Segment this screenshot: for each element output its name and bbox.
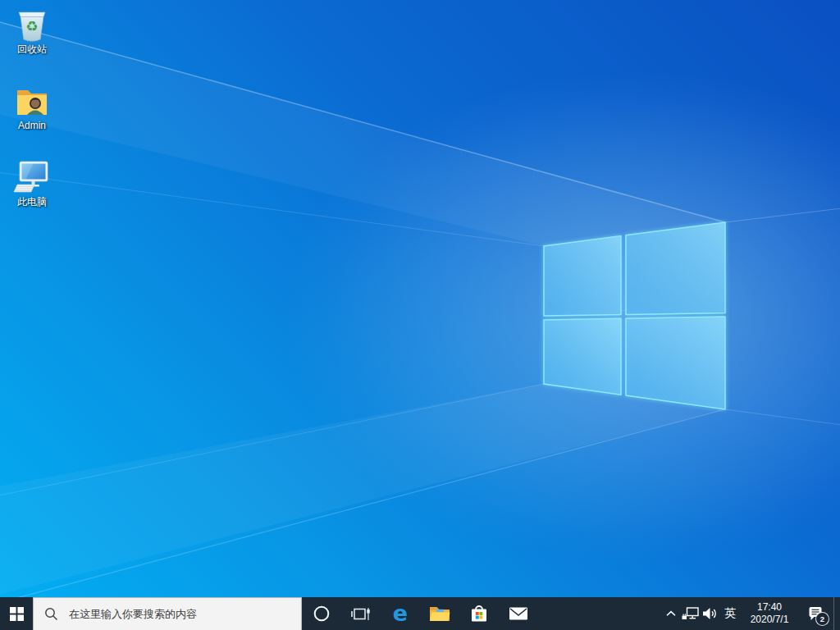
- desktop-icon-this-pc[interactable]: 此电脑: [1, 158, 63, 208]
- show-hidden-icons-button[interactable]: [661, 597, 681, 630]
- network-tray-button[interactable]: [681, 597, 701, 630]
- ime-label: 英: [724, 606, 736, 621]
- logo-pane-bottom-left: [544, 318, 621, 395]
- windows-start-icon: [10, 607, 24, 621]
- taskbar-mail-button[interactable]: [499, 597, 538, 630]
- ime-language-indicator[interactable]: 英: [720, 597, 740, 630]
- desktop-icon-recycle-bin[interactable]: ♻ 回收站: [1, 5, 63, 55]
- taskbar-cortana-button[interactable]: [302, 597, 341, 630]
- taskbar-task-view-button[interactable]: [341, 597, 381, 630]
- clock-date: 2020/7/1: [751, 614, 789, 626]
- desktop-icon-list: ♻ 回收站 Admin: [1, 5, 63, 224]
- this-pc-icon: [13, 158, 51, 195]
- notification-count-badge: 2: [815, 612, 829, 626]
- logo-pane-bottom-right: [626, 317, 725, 409]
- file-explorer-icon: [429, 605, 450, 623]
- taskbar-store-button[interactable]: [459, 597, 499, 630]
- taskbar-edge-button[interactable]: e: [381, 597, 420, 630]
- logo-pane-top-right: [626, 222, 725, 314]
- windows-logo-wallpaper-art: [0, 0, 840, 630]
- taskbar-file-explorer-button[interactable]: [420, 597, 459, 630]
- edge-e-glyph: e: [393, 603, 408, 625]
- edge-icon: e: [390, 603, 411, 625]
- desktop-icon-admin-folder[interactable]: Admin: [1, 81, 63, 131]
- desktop-icon-label: Admin: [1, 121, 63, 131]
- action-center-button[interactable]: 2: [799, 597, 833, 630]
- search-input[interactable]: [67, 607, 301, 621]
- user-folder-icon: [13, 81, 51, 119]
- show-desktop-button[interactable]: [833, 597, 840, 630]
- task-view-icon: [351, 605, 371, 623]
- volume-icon: [702, 607, 719, 620]
- taskbar: e: [0, 597, 840, 630]
- search-icon: [44, 607, 58, 621]
- cortana-icon: [313, 605, 331, 623]
- desktop-icon-label: 回收站: [1, 44, 63, 55]
- recycle-symbol: ♻: [25, 19, 38, 34]
- taskbar-empty-area: [538, 597, 661, 630]
- mail-icon: [509, 606, 528, 621]
- start-button[interactable]: [0, 597, 33, 630]
- chevron-up-icon: [666, 610, 676, 617]
- taskbar-clock[interactable]: 17:40 2020/7/1: [740, 597, 799, 630]
- network-icon: [682, 606, 700, 621]
- volume-tray-button[interactable]: [701, 597, 720, 630]
- desktop-icon-label: 此电脑: [1, 197, 63, 208]
- taskbar-search-box[interactable]: [33, 597, 302, 630]
- store-icon: [470, 604, 488, 623]
- logo-pane-top-left: [544, 236, 621, 317]
- clock-time: 17:40: [757, 601, 782, 614]
- windows-desktop: ♻ 回收站 Admin: [0, 0, 840, 630]
- recycle-bin-icon: ♻: [13, 5, 51, 43]
